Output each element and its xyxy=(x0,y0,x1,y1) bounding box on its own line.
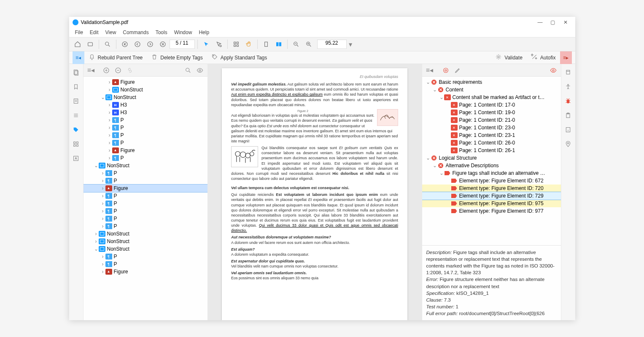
menu-window[interactable]: Window xyxy=(171,29,196,35)
tree-item[interactable]: ⌄Basic requirements xyxy=(422,78,561,86)
chevron-down-icon[interactable]: ⌄ xyxy=(439,94,444,100)
bug-rail-icon[interactable] xyxy=(564,97,572,105)
remove-icon[interactable] xyxy=(113,65,123,75)
home-icon[interactable] xyxy=(72,38,84,50)
pencil-icon[interactable] xyxy=(453,65,463,75)
chevron-right-icon[interactable]: › xyxy=(107,125,112,131)
collapse-panel-icon[interactable]: ≡◂ xyxy=(86,65,96,75)
tree-item[interactable]: ⌄Alternative Descriptions xyxy=(422,162,561,169)
tree-item[interactable]: Element type: Figure Element ID: 977 xyxy=(422,207,561,215)
rebuild-parent-tree-button[interactable]: Rebuild Parent Tree xyxy=(84,52,147,63)
close-button[interactable]: ✕ xyxy=(559,19,572,25)
tree-item[interactable]: ›P xyxy=(84,177,207,185)
search-icon[interactable] xyxy=(102,38,113,50)
tree-item[interactable]: ›P xyxy=(84,169,207,177)
chevron-down-icon[interactable]: ⌄ xyxy=(426,79,431,85)
tree-item[interactable]: ›NonStruct xyxy=(84,230,207,238)
tree-item[interactable]: ›P xyxy=(84,215,207,222)
zoom-in-icon[interactable] xyxy=(303,38,315,50)
text-select-icon[interactable] xyxy=(213,38,225,50)
chevron-down-icon[interactable]: ⌄ xyxy=(432,87,437,93)
chevron-down-icon[interactable]: ⌄ xyxy=(439,170,444,176)
tree-item[interactable]: ›P xyxy=(84,222,207,230)
content-rail-icon[interactable] xyxy=(72,97,80,105)
tree-item[interactable]: ›P xyxy=(84,192,207,200)
menu-commands[interactable]: Commands xyxy=(119,29,152,35)
tree-item[interactable]: ›HH3 xyxy=(84,101,207,109)
menu-edit[interactable]: Edit xyxy=(86,29,102,35)
tree-item[interactable]: Page: 1 Content ID: 23-0 xyxy=(422,124,561,131)
search-panel-icon[interactable] xyxy=(183,65,193,75)
tab-icon[interactable] xyxy=(84,38,96,50)
tree-item[interactable]: Element type: Figure Element ID: 729 xyxy=(422,192,561,200)
grid-icon[interactable] xyxy=(230,38,242,50)
maximize-button[interactable]: ▢ xyxy=(547,19,559,25)
next-page-icon[interactable] xyxy=(144,38,156,50)
tree-item[interactable]: ›P xyxy=(84,200,207,207)
apply-standard-tags-button[interactable]: Apply Standard Tags xyxy=(207,52,272,63)
chevron-down-icon[interactable]: ⌄ xyxy=(94,246,99,252)
tree-item[interactable]: Page: 1 Content ID: 19-0 xyxy=(422,109,561,116)
first-page-icon[interactable] xyxy=(119,38,131,50)
page-input[interactable]: 5 / 11 xyxy=(170,40,195,49)
chevron-right-icon[interactable]: › xyxy=(100,254,105,259)
menu-help[interactable]: Help xyxy=(195,29,213,35)
tree-item[interactable]: ›HH3 xyxy=(84,109,207,116)
tree-item[interactable]: ⌄NonStruct xyxy=(84,162,207,169)
document-viewport[interactable]: Et quibusdam voluptas Vel impedit galisu… xyxy=(208,64,422,320)
right-panel-toggle-icon[interactable]: ≡▸ xyxy=(560,51,572,64)
tree-item[interactable]: ›NonStruct xyxy=(84,86,207,94)
chevron-right-icon[interactable]: › xyxy=(100,178,105,184)
chevron-down-icon[interactable]: ⌄ xyxy=(94,163,99,168)
chevron-right-icon[interactable]: › xyxy=(107,132,112,138)
bookmarks-rail-icon[interactable] xyxy=(72,83,80,91)
zoom-input[interactable]: 95.22 xyxy=(317,40,347,49)
tags-rail-icon[interactable] xyxy=(72,126,80,134)
tree-item[interactable]: Page: 1 Content ID: 26-0 xyxy=(422,139,561,147)
tree-item[interactable]: Page: 1 Content ID: 26-1 xyxy=(422,147,561,154)
menu-tools[interactable]: Tools xyxy=(152,29,171,35)
tree-item[interactable]: ›P xyxy=(84,139,207,147)
tree-item[interactable]: ›P xyxy=(84,116,207,124)
tree-item[interactable]: ⌄Logical Structure xyxy=(422,154,561,162)
tag-tree[interactable]: ›Figure›NonStruct⌄NonStruct›HH3›HH3›P›P›… xyxy=(84,77,207,320)
info-rail-icon[interactable] xyxy=(564,126,572,134)
zoom-dropdown-icon[interactable]: ▾ xyxy=(348,40,353,48)
chevron-right-icon[interactable]: › xyxy=(107,155,112,161)
layers-rail-icon[interactable] xyxy=(564,68,572,77)
tree-item[interactable]: ›P xyxy=(84,207,207,215)
tree-item[interactable]: Page: 1 Content ID: 17-0 xyxy=(422,101,561,109)
left-panel-toggle-icon[interactable]: ≡◂ xyxy=(73,51,84,64)
target-icon[interactable] xyxy=(441,65,451,75)
tree-item[interactable]: Page: 1 Content ID: 23-1 xyxy=(422,131,561,139)
pages-rail-icon[interactable] xyxy=(72,68,80,77)
autofix-button[interactable]: Autofix xyxy=(527,52,560,63)
link-icon[interactable] xyxy=(125,65,135,75)
add-icon[interactable] xyxy=(101,65,111,75)
thumb-page-icon[interactable] xyxy=(260,38,272,50)
delete-empty-tags-button[interactable]: Delete Empty Tags xyxy=(147,52,207,63)
chevron-down-icon[interactable]: ⌄ xyxy=(432,163,437,168)
eye-icon[interactable] xyxy=(195,65,205,75)
zoom-out-icon[interactable] xyxy=(290,38,302,50)
tree-item[interactable]: ›Figure xyxy=(84,78,207,86)
chevron-right-icon[interactable]: › xyxy=(107,87,112,93)
chevron-right-icon[interactable]: › xyxy=(100,201,105,206)
tree-item[interactable]: ›P xyxy=(84,260,207,268)
prev-page-icon[interactable] xyxy=(132,38,143,50)
chevron-right-icon[interactable]: › xyxy=(107,110,112,115)
menu-file[interactable]: File xyxy=(72,29,86,35)
chevron-right-icon[interactable]: › xyxy=(107,117,112,123)
chevron-right-icon[interactable]: › xyxy=(100,223,105,229)
menu-view[interactable]: View xyxy=(102,29,120,35)
tree-item[interactable]: ›P xyxy=(84,124,207,131)
apps-rail-icon[interactable] xyxy=(72,140,80,148)
chevron-right-icon[interactable]: › xyxy=(100,261,105,267)
last-page-icon[interactable] xyxy=(157,38,169,50)
tree-item[interactable]: ⌄Content shall be marked as Artifact or … xyxy=(422,94,561,101)
collapse-issues-icon[interactable]: ≡◂ xyxy=(425,65,435,75)
chevron-right-icon[interactable]: › xyxy=(100,185,105,191)
location-rail-icon[interactable] xyxy=(564,140,572,148)
clipboard-rail-icon[interactable] xyxy=(564,111,572,120)
tree-item[interactable]: Page: 1 Content ID: 21-0 xyxy=(422,116,561,124)
